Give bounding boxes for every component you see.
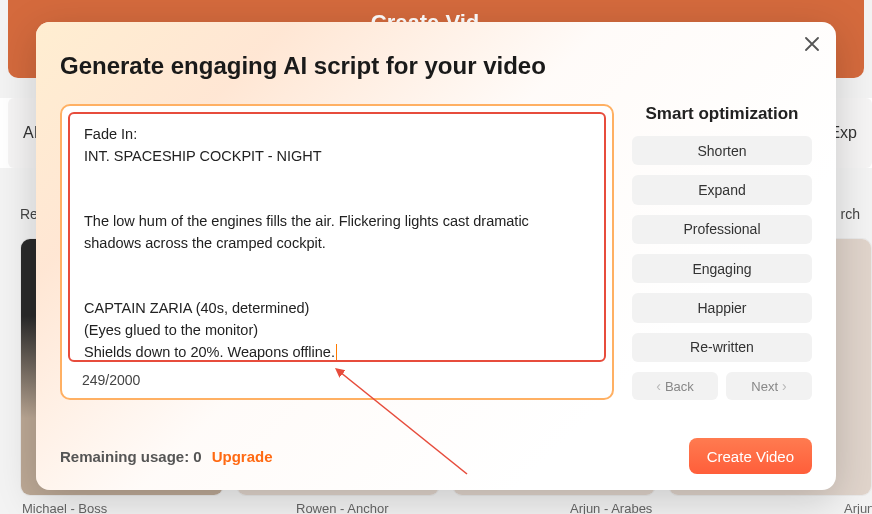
back-label: Back	[665, 379, 694, 394]
smart-optimization-panel: Smart optimization Shorten Expand Profes…	[632, 104, 812, 400]
close-icon	[805, 37, 819, 51]
happier-button[interactable]: Happier	[632, 293, 812, 322]
remaining-usage-count: 0	[193, 448, 201, 465]
modal-footer: Remaining usage: 0 Upgrade Create Video	[60, 438, 812, 474]
professional-button[interactable]: Professional	[632, 215, 812, 244]
chevron-left-icon: ‹	[656, 378, 661, 394]
shorten-button[interactable]: Shorten	[632, 136, 812, 165]
card-caption: Michael - Boss	[22, 501, 107, 514]
nav-row: ‹ Back Next ›	[632, 372, 812, 400]
text-cursor	[336, 344, 338, 360]
engaging-button[interactable]: Engaging	[632, 254, 812, 283]
ai-script-modal: Generate engaging AI script for your vid…	[36, 22, 836, 490]
back-button[interactable]: ‹ Back	[632, 372, 718, 400]
card-caption: Arjun - Arabes	[570, 501, 652, 514]
modal-body: Fade In:INT. SPACESHIP COCKPIT - NIGHTTh…	[60, 104, 812, 400]
modal-title: Generate engaging AI script for your vid…	[60, 52, 546, 80]
next-button[interactable]: Next ›	[726, 372, 812, 400]
expand-button[interactable]: Expand	[632, 175, 812, 204]
rewritten-button[interactable]: Re-written	[632, 333, 812, 362]
close-button[interactable]	[800, 32, 824, 56]
next-label: Next	[751, 379, 778, 394]
content-right: rch	[841, 206, 860, 222]
script-panel: Fade In:INT. SPACESHIP COCKPIT - NIGHTTh…	[60, 104, 614, 400]
upgrade-link[interactable]: Upgrade	[212, 448, 273, 465]
chevron-right-icon: ›	[782, 378, 787, 394]
script-textarea[interactable]: Fade In:INT. SPACESHIP COCKPIT - NIGHTTh…	[68, 112, 606, 362]
create-video-button[interactable]: Create Video	[689, 438, 812, 474]
remaining-usage-label: Remaining usage: 0	[60, 448, 202, 465]
smart-optimization-title: Smart optimization	[632, 104, 812, 124]
card-caption: Arjun	[844, 501, 872, 514]
script-text: Fade In:INT. SPACESHIP COCKPIT - NIGHTTh…	[84, 126, 529, 360]
char-counter: 249/2000	[68, 362, 606, 392]
card-caption: Rowen - Anchor	[296, 501, 389, 514]
